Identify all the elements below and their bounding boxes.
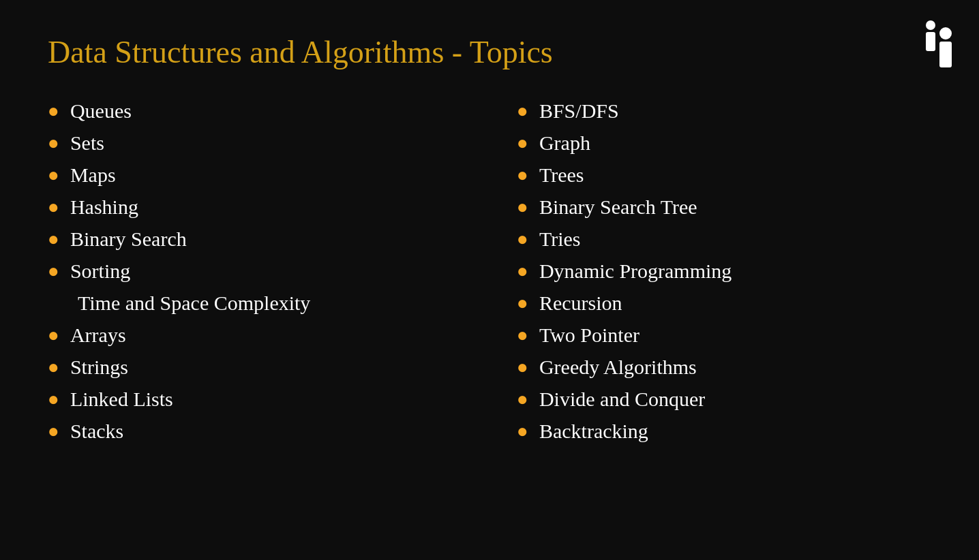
- page-title: Data Structures and Algorithms - Topics: [48, 34, 931, 70]
- list-item: ●Sorting: [48, 258, 462, 284]
- bullet-icon: ●: [517, 195, 528, 219]
- list-item: ●Binary Search: [48, 225, 462, 252]
- list-item-text: Graph: [539, 129, 590, 156]
- logo-body-small: [926, 32, 935, 51]
- bullet-icon: ●: [48, 131, 59, 155]
- list-item: ●Graph: [517, 129, 931, 156]
- list-item: ●Greedy Algorithms: [517, 354, 931, 380]
- logo-body-tall: [939, 42, 952, 67]
- list-item-text: Linked Lists: [70, 386, 173, 412]
- bullet-icon: ●: [517, 419, 528, 444]
- content-area: ●Queues●Sets●Maps●Hashing●Binary Search●…: [48, 97, 931, 450]
- left-column: ●Queues●Sets●Maps●Hashing●Binary Search●…: [48, 97, 490, 450]
- list-item-text: Binary Search Tree: [539, 193, 697, 220]
- list-item: ●Stacks: [48, 418, 462, 444]
- bullet-icon: ●: [517, 291, 528, 315]
- list-item-text: Greedy Algorithms: [539, 354, 697, 380]
- list-item: ●BFS/DFS: [517, 97, 931, 124]
- right-list: ●BFS/DFS●Graph●Trees●Binary Search Tree●…: [517, 97, 931, 444]
- list-item: ●Binary Search Tree: [517, 193, 931, 220]
- list-item: ●Two Pointer: [517, 322, 931, 348]
- list-item-text: Backtracking: [539, 418, 648, 444]
- bullet-icon: ●: [48, 419, 59, 444]
- list-item: ●Arrays: [48, 322, 462, 348]
- list-item-text: Divide and Conquer: [539, 386, 705, 412]
- list-item: ●Dynamic Programming: [517, 258, 931, 284]
- bullet-icon: ●: [48, 387, 59, 411]
- list-item-text: Dynamic Programming: [539, 258, 732, 284]
- list-item: ●Trees: [517, 161, 931, 188]
- logo-head-tall: [939, 27, 952, 40]
- list-item-text: BFS/DFS: [539, 97, 619, 124]
- list-item: ●Maps: [48, 161, 462, 188]
- list-item: ●Recursion: [517, 290, 931, 316]
- bullet-icon: ●: [48, 195, 59, 219]
- bullet-icon: ●: [48, 323, 59, 347]
- logo-person-small: [926, 20, 935, 51]
- bullet-icon: ●: [517, 163, 528, 187]
- list-item: ●Divide and Conquer: [517, 386, 931, 412]
- list-item-text: Tries: [539, 225, 581, 252]
- bullet-icon: ●: [517, 131, 528, 155]
- list-item-text: Trees: [539, 161, 584, 188]
- bullet-icon: ●: [517, 259, 528, 283]
- bullet-icon: ●: [517, 387, 528, 411]
- list-item: ●Linked Lists: [48, 386, 462, 412]
- sub-item-text: Time and Space Complexity: [48, 290, 462, 316]
- bullet-icon: ●: [48, 355, 59, 379]
- list-item-text: Binary Search: [70, 225, 187, 252]
- list-item: ●Backtracking: [517, 418, 931, 444]
- logo-area: [926, 20, 952, 67]
- list-item: ●Hashing: [48, 193, 462, 220]
- logo-icon: [926, 20, 952, 67]
- bullet-icon: ●: [48, 99, 59, 123]
- bullet-icon: ●: [48, 227, 59, 251]
- list-item-text: Recursion: [539, 290, 622, 316]
- list-item: ●Sets: [48, 129, 462, 156]
- bullet-icon: ●: [48, 163, 59, 187]
- list-item-text: Strings: [70, 354, 128, 380]
- list-item-text: Hashing: [70, 193, 138, 220]
- list-item: ●Strings: [48, 354, 462, 380]
- bullet-icon: ●: [517, 99, 528, 123]
- list-item-text: Queues: [70, 97, 132, 124]
- list-item-text: Arrays: [70, 322, 126, 348]
- list-item: ●Queues: [48, 97, 462, 124]
- list-item: ●Tries: [517, 225, 931, 252]
- slide-container: Data Structures and Algorithms - Topics …: [0, 0, 979, 560]
- bullet-icon: ●: [48, 259, 59, 283]
- bullet-icon: ●: [517, 355, 528, 379]
- list-item-text: Sets: [70, 129, 104, 156]
- right-column: ●BFS/DFS●Graph●Trees●Binary Search Tree●…: [490, 97, 931, 450]
- logo-head-small: [926, 20, 935, 30]
- bullet-icon: ●: [517, 323, 528, 347]
- list-item-text: Sorting: [70, 258, 130, 284]
- list-item-text: Two Pointer: [539, 322, 639, 348]
- bullet-icon: ●: [517, 227, 528, 251]
- logo-person-tall: [939, 27, 952, 67]
- list-item-text: Stacks: [70, 418, 123, 444]
- left-list: ●Queues●Sets●Maps●Hashing●Binary Search●…: [48, 97, 462, 444]
- list-item-text: Maps: [70, 161, 116, 188]
